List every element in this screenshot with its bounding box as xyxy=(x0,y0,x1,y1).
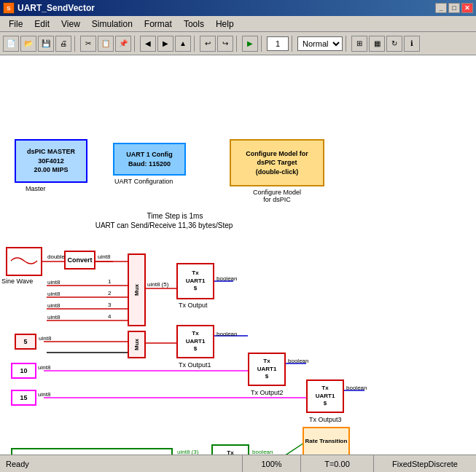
refresh-button[interactable]: ↻ xyxy=(386,36,402,52)
zoom-label: 100% xyxy=(261,460,281,468)
sine-wave-block[interactable] xyxy=(6,247,42,276)
separator-3 xyxy=(194,36,197,52)
tx-uart1-block5[interactable]: TxUART1$ xyxy=(211,444,249,455)
redo-button[interactable]: ↪ xyxy=(217,36,233,52)
separator-4 xyxy=(236,36,239,52)
menu-file[interactable]: File xyxy=(3,17,28,31)
uint8-const15: uint8 xyxy=(38,391,50,398)
uint8-5-signal: uint8 (5) xyxy=(147,281,168,288)
mux1-block[interactable]: Mux xyxy=(128,253,146,326)
window-title: UART_SendVector xyxy=(17,3,95,13)
undo-fwd-button[interactable]: ▶ xyxy=(157,36,173,52)
const10-block[interactable]: 10 xyxy=(11,363,36,379)
separator-5 xyxy=(261,36,264,52)
mux-in4: 4 xyxy=(108,313,111,320)
play-button[interactable]: ▶ xyxy=(242,36,258,52)
save-button[interactable]: 💾 xyxy=(38,36,54,52)
separator-7 xyxy=(346,36,348,52)
canvas-area: dsPIC MASTER30F401220.00 MIPS Master UAR… xyxy=(0,55,476,455)
uint8-3-signal: uint8 (3) xyxy=(177,449,198,455)
double-signal: double xyxy=(47,253,65,260)
info-text-1: Time Step is 1ms xyxy=(66,212,284,220)
page-input[interactable] xyxy=(267,36,289,51)
mux-in1: 1 xyxy=(108,278,111,285)
zoom-status: 100% xyxy=(243,455,301,472)
uint8-const5: uint8 xyxy=(39,335,51,342)
mux2-block[interactable]: Mux xyxy=(128,331,146,358)
open-button[interactable]: 📂 xyxy=(20,36,36,52)
config-model-label: Configure Modelfor dsPIC xyxy=(233,189,321,203)
menu-help[interactable]: Help xyxy=(210,17,240,31)
tx-uart1-block1[interactable]: TxUART1$ xyxy=(176,263,214,299)
separator-2 xyxy=(134,36,137,52)
uart-config-label: UART Configuration xyxy=(114,178,173,185)
const5-block[interactable]: 5 xyxy=(15,334,36,350)
boolean-2-signal: boolean xyxy=(216,331,237,337)
rate-transition-block[interactable]: Rate Transition xyxy=(303,427,350,455)
undo-back-button[interactable]: ◀ xyxy=(140,36,156,52)
tx-output2-label: Tx Output1 xyxy=(179,361,211,369)
uint8-signal-1: uint8 xyxy=(98,253,110,260)
new-button[interactable]: 📄 xyxy=(3,36,19,52)
copy-button[interactable]: 📋 xyxy=(98,36,114,52)
tx-output4-label: Tx Output3 xyxy=(309,416,342,423)
uint8-mux-1: uint8 xyxy=(47,279,60,286)
info-button[interactable]: ℹ xyxy=(404,36,420,52)
menu-view[interactable]: View xyxy=(55,17,86,31)
boolean-3-signal: boolean xyxy=(288,358,308,364)
grid-button[interactable]: ▦ xyxy=(369,36,385,52)
maximize-button[interactable]: □ xyxy=(448,3,460,13)
status-bar: Ready 100% T=0.00 FixedStepDiscrete xyxy=(0,455,476,472)
window-controls: _ □ ✕ xyxy=(435,3,473,13)
const15-block[interactable]: 15 xyxy=(11,390,36,406)
menu-simulation[interactable]: Simulation xyxy=(86,17,138,31)
convert-block[interactable]: Convert xyxy=(64,251,95,270)
print-button[interactable]: 🖨 xyxy=(55,36,71,52)
tx-uart1-block4[interactable]: TxUART1$ xyxy=(306,379,344,413)
boolean-4-signal: boolean xyxy=(346,385,367,391)
dspic-master-block[interactable]: dsPIC MASTER30F401220.00 MIPS xyxy=(15,139,87,183)
time-label: T=0.00 xyxy=(324,460,350,468)
uint8-mux-4: uint8 xyxy=(47,314,60,320)
title-bar: S UART_SendVector _ □ ✕ xyxy=(0,0,476,16)
uint8-const10: uint8 xyxy=(38,364,50,371)
solver-status: FixedStepDiscrete xyxy=(374,455,476,472)
info-text-2: UART can Send/Receive 11,36 bytes/Step xyxy=(36,221,292,229)
mux-in2: 2 xyxy=(108,290,111,296)
uint8-mux-3: uint8 xyxy=(47,302,60,309)
uart-config-block[interactable]: UART 1 ConfigBaud: 115200 xyxy=(113,143,186,176)
menu-tools[interactable]: Tools xyxy=(178,17,210,31)
uint8-mux-2: uint8 xyxy=(47,291,60,297)
dspic-master-label: Master xyxy=(26,185,46,192)
tx-uart1-block3[interactable]: TxUART1$ xyxy=(248,353,286,386)
menu-format[interactable]: Format xyxy=(138,17,178,31)
app-icon: S xyxy=(3,2,15,14)
tx-output3-label: Tx Output2 xyxy=(251,389,284,396)
tx-uart1-block2[interactable]: TxUART1$ xyxy=(176,325,214,358)
cut-button[interactable]: ✂ xyxy=(80,36,96,52)
ready-label: Ready xyxy=(6,460,29,468)
separator-6 xyxy=(292,36,294,52)
time-status: T=0.00 xyxy=(301,455,374,472)
undo-button[interactable]: ↩ xyxy=(200,36,216,52)
config-model-block[interactable]: Configure Model fordsPIC Target(double-c… xyxy=(230,139,324,186)
mux-in3: 3 xyxy=(108,302,111,308)
toolbar: 📄 📂 💾 🖨 ✂ 📋 📌 ◀ ▶ ▲ ↩ ↪ ▶ Normal 50% 75%… xyxy=(0,32,476,55)
menu-bar: File Edit View Simulation Format Tools H… xyxy=(0,16,476,32)
tx-output1-label: Tx Output xyxy=(179,302,208,309)
close-button[interactable]: ✕ xyxy=(461,3,473,13)
fit-button[interactable]: ⊞ xyxy=(351,36,367,52)
constant4-block[interactable]: [101 102 103 104 105 106 107 108 109] xyxy=(11,448,173,455)
menu-edit[interactable]: Edit xyxy=(28,17,55,31)
zoom-select[interactable]: Normal 50% 75% 100% 150% 200% xyxy=(297,36,343,51)
ready-status: Ready xyxy=(0,455,243,472)
sine-wave-label: Sine Wave xyxy=(1,278,33,285)
boolean-1-signal: boolean xyxy=(216,275,237,282)
solver-label: FixedStepDiscrete xyxy=(392,460,458,468)
separator-1 xyxy=(74,36,77,52)
minimize-button[interactable]: _ xyxy=(435,3,447,13)
undo-up-button[interactable]: ▲ xyxy=(175,36,191,52)
paste-button[interactable]: 📌 xyxy=(115,36,131,52)
boolean-5-signal: boolean xyxy=(252,449,273,455)
